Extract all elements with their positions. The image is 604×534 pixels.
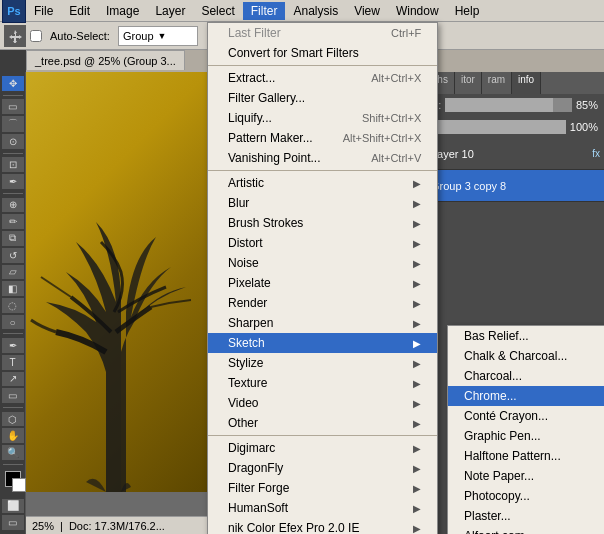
filter-forge-arrow-icon: ▶: [413, 483, 421, 494]
filter-vanishing-point[interactable]: Vanishing Point... Alt+Ctrl+V: [208, 148, 437, 168]
filter-noise[interactable]: Noise ▶: [208, 253, 437, 273]
filter-artistic[interactable]: Artistic ▶: [208, 173, 437, 193]
sketch-alfoart[interactable]: Alfoart.com: [448, 526, 604, 534]
filter-sharpen[interactable]: Sharpen ▶: [208, 313, 437, 333]
filter-dropdown-menu: Last Filter Ctrl+F Convert for Smart Fil…: [207, 22, 438, 534]
filter-sketch[interactable]: Sketch ▶: [208, 333, 437, 353]
filter-gallery[interactable]: Filter Gallery...: [208, 88, 437, 108]
filter-liquify[interactable]: Liquify... Shift+Ctrl+X: [208, 108, 437, 128]
filter-last-filter: Last Filter Ctrl+F: [208, 23, 437, 43]
filter-pixelate[interactable]: Pixelate ▶: [208, 273, 437, 293]
texture-arrow-icon: ▶: [413, 378, 421, 389]
render-arrow-icon: ▶: [413, 298, 421, 309]
filter-humansoft[interactable]: HumanSoft ▶: [208, 498, 437, 518]
sketch-plaster[interactable]: Plaster...: [448, 506, 604, 526]
sketch-submenu: Bas Relief... Chalk & Charcoal... Charco…: [447, 325, 604, 534]
filter-stylize[interactable]: Stylize ▶: [208, 353, 437, 373]
dragonfly-arrow-icon: ▶: [413, 463, 421, 474]
blur-arrow-icon: ▶: [413, 198, 421, 209]
sketch-chrome[interactable]: Chrome...: [448, 386, 604, 406]
filter-convert-smart[interactable]: Convert for Smart Filters: [208, 43, 437, 63]
pixelate-arrow-icon: ▶: [413, 278, 421, 289]
sketch-bas-relief[interactable]: Bas Relief...: [448, 326, 604, 346]
filter-video[interactable]: Video ▶: [208, 393, 437, 413]
filter-sep-1: [208, 65, 437, 66]
sketch-charcoal[interactable]: Charcoal...: [448, 366, 604, 386]
filter-dragonfly[interactable]: DragonFly ▶: [208, 458, 437, 478]
sharpen-arrow-icon: ▶: [413, 318, 421, 329]
last-filter-label: Last Filter: [228, 26, 281, 40]
nik-arrow-icon: ▶: [413, 523, 421, 534]
sketch-arrow-icon: ▶: [413, 338, 421, 349]
sketch-graphic-pen[interactable]: Graphic Pen...: [448, 426, 604, 446]
brush-strokes-arrow-icon: ▶: [413, 218, 421, 229]
distort-arrow-icon: ▶: [413, 238, 421, 249]
noise-arrow-icon: ▶: [413, 258, 421, 269]
filter-extract[interactable]: Extract... Alt+Ctrl+X: [208, 68, 437, 88]
stylize-arrow-icon: ▶: [413, 358, 421, 369]
filter-texture[interactable]: Texture ▶: [208, 373, 437, 393]
filter-filter-forge[interactable]: Filter Forge ▶: [208, 478, 437, 498]
filter-other[interactable]: Other ▶: [208, 413, 437, 433]
filter-pattern-maker[interactable]: Pattern Maker... Alt+Shift+Ctrl+X: [208, 128, 437, 148]
filter-render[interactable]: Render ▶: [208, 293, 437, 313]
sketch-conte-crayon[interactable]: Conté Crayon...: [448, 406, 604, 426]
dropdown-overlay: Last Filter Ctrl+F Convert for Smart Fil…: [0, 0, 604, 534]
other-arrow-icon: ▶: [413, 418, 421, 429]
last-filter-shortcut: Ctrl+F: [391, 27, 421, 39]
filter-sep-3: [208, 435, 437, 436]
sketch-note-paper[interactable]: Note Paper...: [448, 466, 604, 486]
sketch-halftone-pattern[interactable]: Halftone Pattern...: [448, 446, 604, 466]
filter-nik[interactable]: nik Color Efex Pro 2.0 IE ▶: [208, 518, 437, 534]
humansoft-arrow-icon: ▶: [413, 503, 421, 514]
sketch-photocopy[interactable]: Photocopy...: [448, 486, 604, 506]
filter-digimarc[interactable]: Digimarc ▶: [208, 438, 437, 458]
filter-distort[interactable]: Distort ▶: [208, 233, 437, 253]
sketch-chalk-charcoal[interactable]: Chalk & Charcoal...: [448, 346, 604, 366]
digimarc-arrow-icon: ▶: [413, 443, 421, 454]
filter-blur[interactable]: Blur ▶: [208, 193, 437, 213]
artistic-arrow-icon: ▶: [413, 178, 421, 189]
filter-brush-strokes[interactable]: Brush Strokes ▶: [208, 213, 437, 233]
app-window: Ps File Edit Image Layer Select Filter A…: [0, 0, 604, 534]
convert-smart-label: Convert for Smart Filters: [228, 46, 359, 60]
video-arrow-icon: ▶: [413, 398, 421, 409]
filter-sep-2: [208, 170, 437, 171]
